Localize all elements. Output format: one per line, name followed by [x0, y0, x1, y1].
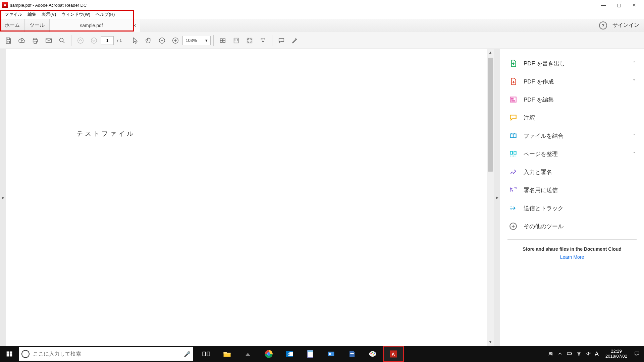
document-viewport[interactable]: テストファイル ▲ ▼	[6, 49, 494, 346]
page-up-button[interactable]	[74, 34, 87, 47]
tool-export-label: PDF を書き出し	[524, 60, 565, 67]
tool-comment[interactable]: 注釈	[500, 109, 644, 127]
svg-point-1	[60, 38, 63, 42]
paint-app[interactable]	[362, 346, 383, 362]
search-button[interactable]	[56, 34, 68, 47]
zoom-select[interactable]: 103%▾	[182, 36, 211, 45]
save-button[interactable]	[2, 34, 15, 47]
tool-organize[interactable]: ページを整理 ˅	[500, 145, 644, 163]
help-icon[interactable]: ?	[599, 21, 607, 29]
tab-document[interactable]: sample.pdf ✕	[50, 19, 140, 32]
tool-send-for-signature[interactable]: 署名用に送信	[500, 181, 644, 199]
tool-comment-label: 注釈	[524, 114, 535, 122]
ime-indicator[interactable]: A	[595, 351, 599, 358]
windows-logo-icon	[6, 351, 13, 357]
windows-taskbar: 🎤 O A A 22:29 2018/07/02	[0, 346, 644, 362]
start-button[interactable]	[0, 351, 19, 357]
tool-create-pdf[interactable]: PDF を作成 ˅	[500, 72, 644, 90]
svg-rect-31	[329, 353, 331, 355]
left-panel-expand-button[interactable]: ▶	[0, 49, 6, 346]
svg-text:O: O	[287, 352, 290, 356]
people-icon[interactable]	[548, 351, 554, 358]
read-mode-button[interactable]	[257, 34, 269, 47]
window-minimize-button[interactable]: ―	[596, 0, 611, 10]
tool-export-pdf[interactable]: PDF を書き出し ˄	[500, 54, 644, 72]
taskbar-search[interactable]: 🎤	[19, 347, 193, 361]
main-area: ▶ テストファイル ▲ ▼ ▶ PDF を書き出し ˄ PDF を作成 ˅ PD…	[0, 49, 644, 346]
cloud-upload-button[interactable]	[15, 34, 28, 47]
volume-muted-icon[interactable]	[585, 351, 591, 358]
svg-rect-43	[571, 353, 572, 354]
promo-headline: Store and share files in the Document Cl…	[505, 246, 639, 252]
tool-sendforsig-label: 署名用に送信	[524, 186, 558, 194]
scrollbar-thumb[interactable]	[488, 58, 493, 172]
task-view-button[interactable]	[196, 346, 217, 362]
svg-rect-7	[247, 38, 252, 43]
tab-tools[interactable]: ツール	[25, 19, 50, 32]
clock-date: 2018/07/02	[605, 354, 627, 359]
menu-help[interactable]: ヘルプ(H)	[93, 11, 117, 18]
tray-chevron-up-icon[interactable]	[557, 351, 563, 358]
scroll-down-arrow-icon[interactable]: ▼	[487, 339, 494, 345]
tool-sendtrack-label: 送信とトラック	[524, 204, 564, 212]
select-tool-button[interactable]	[129, 34, 142, 47]
signin-button[interactable]: サインイン	[612, 22, 639, 29]
outlook-app[interactable]: O	[279, 346, 300, 362]
battery-icon[interactable]	[567, 351, 573, 358]
app-generic-2[interactable]	[321, 346, 341, 362]
wifi-icon[interactable]	[576, 351, 582, 358]
tool-combine[interactable]: ファイルを結合 ˅	[500, 127, 644, 145]
vertical-scrollbar[interactable]: ▲ ▼	[487, 49, 494, 346]
svg-point-3	[91, 38, 97, 43]
tool-more-tools[interactable]: その他のツール	[500, 217, 644, 235]
file-explorer-app[interactable]	[217, 346, 237, 362]
window-close-button[interactable]: ✕	[627, 0, 642, 10]
svg-point-40	[549, 352, 551, 354]
tool-send-track[interactable]: 送信とトラック	[500, 199, 644, 217]
fullscreen-button[interactable]	[243, 34, 256, 47]
menu-window[interactable]: ウィンドウ(W)	[59, 11, 93, 18]
acrobat-app[interactable]: A	[383, 346, 404, 362]
app-generic-1[interactable]	[237, 346, 258, 362]
svg-rect-11	[513, 134, 516, 138]
chevron-down-icon: ˅	[633, 133, 635, 138]
divider	[507, 239, 637, 240]
page-down-button[interactable]	[88, 34, 100, 47]
tool-edit-pdf[interactable]: PDF を編集	[500, 90, 644, 109]
tool-edit-label: PDF を編集	[524, 96, 554, 104]
menu-file[interactable]: ファイル	[2, 11, 25, 18]
svg-rect-15	[7, 352, 9, 354]
window-title: sample.pdf - Adobe Acrobat Reader DC	[10, 3, 87, 8]
email-button[interactable]	[42, 34, 55, 47]
app-generic-3[interactable]	[341, 346, 362, 362]
promo-learn-more-link[interactable]: Learn More	[560, 254, 584, 260]
chrome-app[interactable]	[258, 346, 279, 362]
window-maximize-button[interactable]: ▢	[611, 0, 627, 10]
window-titlebar: A sample.pdf - Adobe Acrobat Reader DC ―…	[0, 0, 644, 10]
tab-document-close-button[interactable]: ✕	[132, 23, 137, 28]
combine-icon	[509, 131, 518, 140]
microphone-icon[interactable]: 🎤	[184, 351, 191, 357]
highlight-tool-button[interactable]	[288, 34, 301, 47]
chevron-down-icon: ˅	[633, 151, 635, 157]
print-button[interactable]	[29, 34, 42, 47]
right-panel-expand-button[interactable]: ▶	[494, 49, 500, 346]
scroll-up-arrow-icon[interactable]: ▲	[487, 49, 494, 56]
fit-page-button[interactable]	[230, 34, 243, 47]
tool-fill-sign[interactable]: 入力と署名	[500, 163, 644, 181]
taskbar-clock[interactable]: 22:29 2018/07/02	[602, 349, 631, 359]
menu-edit[interactable]: 編集	[25, 11, 39, 18]
svg-point-36	[374, 353, 375, 354]
zoom-in-button[interactable]	[169, 34, 182, 47]
page-number-input[interactable]	[101, 36, 114, 45]
zoom-out-button[interactable]	[156, 34, 168, 47]
fit-width-button[interactable]	[216, 34, 229, 47]
comment-tool-button[interactable]	[275, 34, 288, 47]
taskbar-search-input[interactable]	[33, 351, 180, 357]
tools-panel: PDF を書き出し ˄ PDF を作成 ˅ PDF を編集 注釈 ファイルを結合…	[500, 49, 644, 346]
action-center-icon[interactable]	[634, 351, 640, 358]
menu-view[interactable]: 表示(V)	[39, 11, 59, 18]
tab-home[interactable]: ホーム	[0, 19, 25, 32]
hand-tool-button[interactable]	[142, 34, 155, 47]
notepad-app[interactable]	[300, 346, 321, 362]
